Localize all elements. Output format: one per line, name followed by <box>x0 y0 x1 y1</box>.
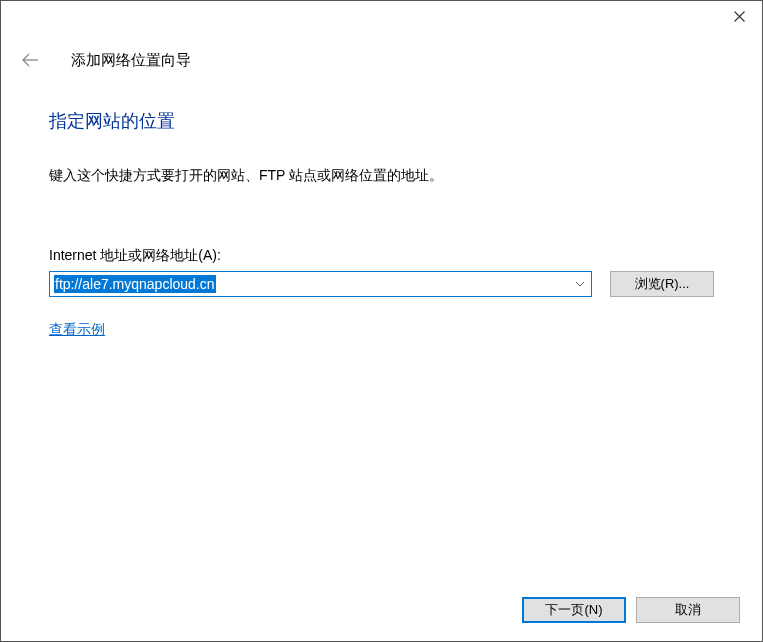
example-link[interactable]: 查看示例 <box>49 321 105 337</box>
wizard-title: 添加网络位置向导 <box>71 51 191 70</box>
next-button[interactable]: 下一页(N) <box>522 597 626 623</box>
close-button[interactable] <box>717 1 762 31</box>
address-value: ftp://ale7.myqnapcloud.cn <box>54 275 216 293</box>
close-icon <box>734 11 745 22</box>
cancel-button[interactable]: 取消 <box>636 597 740 623</box>
instruction-text: 键入这个快捷方式要打开的网站、FTP 站点或网络位置的地址。 <box>49 167 714 185</box>
address-combobox[interactable]: ftp://ale7.myqnapcloud.cn <box>49 271 592 297</box>
arrow-left-icon <box>21 53 39 67</box>
back-button[interactable] <box>21 53 39 70</box>
chevron-down-icon <box>575 281 585 287</box>
browse-button[interactable]: 浏览(R)... <box>610 271 714 297</box>
step-heading: 指定网站的位置 <box>49 109 714 133</box>
address-label: Internet 地址或网络地址(A): <box>49 247 714 265</box>
